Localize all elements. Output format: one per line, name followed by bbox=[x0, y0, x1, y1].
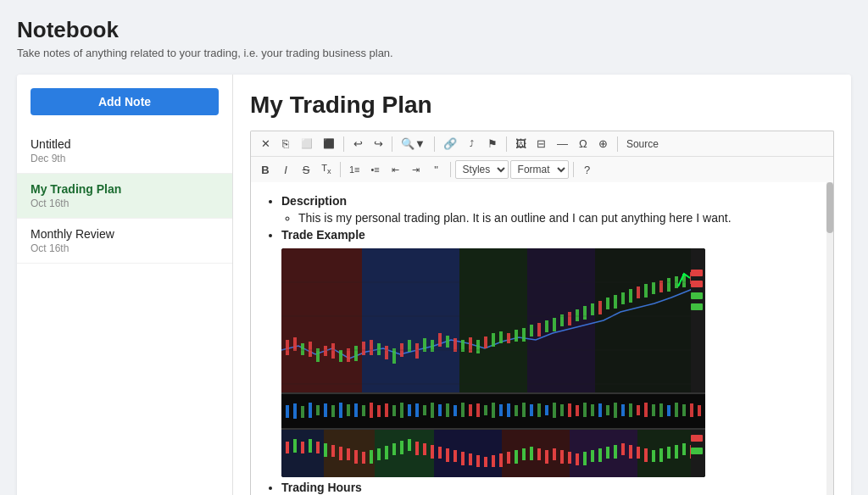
note-title-trading-plan: My Trading Plan bbox=[31, 182, 219, 196]
svg-rect-80 bbox=[415, 403, 419, 417]
svg-rect-14 bbox=[347, 348, 350, 362]
tb-italic[interactable]: I bbox=[276, 161, 295, 179]
tb-undo[interactable]: ↩ bbox=[348, 135, 367, 153]
tb-format-select[interactable]: Format bbox=[510, 160, 569, 179]
svg-rect-89 bbox=[484, 405, 487, 415]
svg-rect-106 bbox=[614, 403, 617, 418]
sidebar: Add Note Untitled Dec 9th My Trading Pla… bbox=[17, 75, 233, 495]
svg-rect-31 bbox=[476, 340, 480, 353]
svg-rect-68 bbox=[324, 403, 327, 417]
svg-rect-41 bbox=[553, 318, 556, 331]
note-item-trading-plan[interactable]: My Trading Plan Oct 16th bbox=[17, 174, 232, 219]
svg-rect-143 bbox=[408, 439, 411, 451]
svg-rect-160 bbox=[537, 448, 541, 460]
tb-special-char[interactable]: Ω bbox=[574, 135, 593, 153]
svg-rect-44 bbox=[576, 309, 579, 321]
tb-copy[interactable]: ⎘ bbox=[276, 135, 295, 153]
svg-rect-12 bbox=[331, 343, 335, 359]
svg-rect-167 bbox=[591, 450, 594, 462]
svg-rect-70 bbox=[339, 403, 342, 418]
tb-paste-text[interactable]: ⬛ bbox=[319, 136, 339, 152]
svg-rect-189 bbox=[691, 448, 703, 454]
svg-rect-148 bbox=[446, 448, 449, 462]
tb-styles-select[interactable]: Styles bbox=[455, 160, 509, 179]
svg-rect-52 bbox=[637, 286, 640, 298]
svg-rect-168 bbox=[598, 448, 602, 462]
svg-rect-85 bbox=[453, 405, 457, 416]
tb-bold[interactable]: B bbox=[256, 161, 275, 179]
tb-iframe[interactable]: ⊕ bbox=[594, 135, 613, 153]
svg-rect-134 bbox=[339, 447, 342, 460]
sub-item-description: This is my personal trading plan. It is … bbox=[298, 211, 820, 225]
svg-rect-183 bbox=[691, 270, 703, 276]
note-item-monthly-review[interactable]: Monthly Review Oct 16th bbox=[17, 219, 232, 264]
svg-rect-144 bbox=[415, 442, 419, 455]
toolbar-row-2: B I S Tx 1≡ •≡ ⇤ ⇥ " Styles Format bbox=[251, 157, 833, 182]
tb-hline[interactable]: — bbox=[553, 135, 572, 153]
tb-help[interactable]: ? bbox=[578, 161, 597, 179]
scrollbar-thumb[interactable] bbox=[826, 182, 833, 233]
tb-unlink[interactable]: ⤴ bbox=[463, 136, 481, 151]
tb-strikethrough[interactable]: S bbox=[297, 161, 315, 179]
tb-table[interactable]: ⊟ bbox=[532, 135, 551, 153]
svg-rect-28 bbox=[453, 338, 457, 352]
tb-image[interactable]: 🖼 bbox=[511, 135, 531, 153]
scrollbar-track[interactable] bbox=[826, 182, 833, 495]
svg-rect-84 bbox=[446, 403, 449, 417]
svg-rect-145 bbox=[423, 443, 426, 455]
svg-rect-112 bbox=[659, 403, 663, 417]
tb-ordered-list[interactable]: 1≡ bbox=[345, 162, 364, 177]
tb-unordered-list[interactable]: •≡ bbox=[366, 162, 385, 177]
tb-remove-format[interactable]: Tx bbox=[317, 160, 336, 178]
tb-anchor[interactable]: ⚑ bbox=[483, 135, 502, 153]
svg-rect-13 bbox=[339, 350, 342, 362]
svg-rect-137 bbox=[362, 452, 365, 464]
svg-rect-72 bbox=[354, 403, 358, 417]
tb-link[interactable]: 🔗 bbox=[439, 135, 461, 153]
add-note-button[interactable]: Add Note bbox=[31, 88, 219, 115]
svg-rect-164 bbox=[568, 452, 571, 464]
svg-rect-176 bbox=[659, 448, 663, 462]
svg-rect-155 bbox=[499, 453, 503, 467]
svg-rect-16 bbox=[362, 342, 365, 355]
bullet-description-label: Description bbox=[281, 194, 347, 208]
svg-rect-171 bbox=[621, 443, 625, 455]
svg-rect-141 bbox=[392, 443, 396, 455]
tb-paste[interactable]: ⬜ bbox=[297, 136, 317, 152]
svg-rect-56 bbox=[667, 278, 670, 292]
tb-blockquote[interactable]: " bbox=[427, 161, 446, 179]
note-date-trading-plan: Oct 16th bbox=[31, 197, 219, 209]
svg-rect-11 bbox=[324, 346, 327, 356]
tb-sep-8 bbox=[573, 162, 574, 177]
svg-rect-115 bbox=[682, 404, 686, 416]
note-item-untitled[interactable]: Untitled Dec 9th bbox=[17, 129, 232, 174]
svg-rect-50 bbox=[621, 292, 625, 304]
tb-find[interactable]: 🔍▼ bbox=[397, 135, 430, 153]
svg-rect-5 bbox=[595, 248, 705, 392]
tb-redo[interactable]: ↪ bbox=[369, 135, 387, 153]
svg-rect-175 bbox=[652, 450, 655, 462]
svg-rect-110 bbox=[644, 403, 648, 417]
svg-rect-169 bbox=[606, 447, 609, 459]
svg-rect-140 bbox=[385, 446, 388, 459]
svg-rect-172 bbox=[629, 445, 632, 459]
chart-svg bbox=[281, 248, 705, 477]
tb-source[interactable]: Source bbox=[622, 136, 663, 153]
tb-indent[interactable]: ⇥ bbox=[407, 162, 426, 178]
svg-rect-147 bbox=[438, 447, 442, 459]
note-title-monthly-review: Monthly Review bbox=[31, 227, 219, 241]
svg-rect-151 bbox=[469, 453, 472, 465]
svg-rect-3 bbox=[459, 248, 527, 392]
svg-rect-20 bbox=[392, 348, 396, 364]
editor-body[interactable]: Description This is my personal trading … bbox=[250, 182, 834, 495]
svg-rect-66 bbox=[309, 403, 312, 418]
svg-rect-24 bbox=[423, 338, 426, 352]
svg-rect-90 bbox=[492, 403, 495, 418]
tb-cut[interactable]: ✕ bbox=[256, 135, 275, 153]
svg-rect-177 bbox=[667, 447, 670, 459]
svg-rect-63 bbox=[286, 405, 289, 418]
svg-rect-116 bbox=[690, 403, 693, 417]
tb-outdent[interactable]: ⇤ bbox=[387, 162, 405, 178]
svg-rect-111 bbox=[652, 404, 655, 416]
content-list: Description This is my personal trading … bbox=[264, 194, 820, 494]
